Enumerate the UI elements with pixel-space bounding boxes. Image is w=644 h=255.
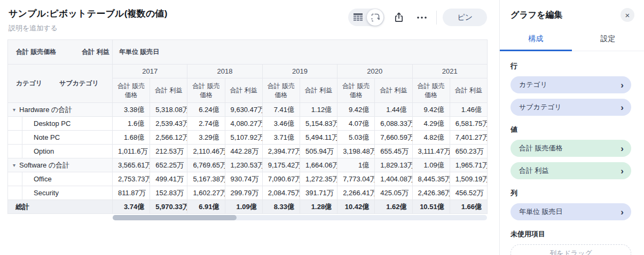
hscrollbar-thumb[interactable] bbox=[113, 215, 237, 220]
measure-subheader: 合計 販売価格 bbox=[337, 78, 375, 103]
row-dimensions-cell: カテゴリ サブカテゴリ bbox=[8, 65, 113, 103]
year-header: 2021 bbox=[412, 65, 488, 78]
data-cell: 1.12億 bbox=[300, 103, 337, 117]
data-cell: 8.33億 bbox=[262, 200, 300, 214]
data-cell: 7,773.04万 bbox=[337, 172, 375, 186]
table-row: Office2,753.73万499.41万5,167.38万930.74万7,… bbox=[8, 172, 488, 186]
measure-subheader: 合計 販売価格 bbox=[187, 78, 225, 103]
data-cell: 3,111.47万 bbox=[412, 145, 450, 158]
data-cell: 212.53万 bbox=[150, 145, 187, 158]
data-cell: 1,965.71万 bbox=[450, 158, 487, 172]
tab-構成[interactable]: 構成 bbox=[500, 29, 572, 51]
data-cell: 2,394.77万 bbox=[262, 145, 300, 158]
field-pill[interactable]: 合計 利益› bbox=[511, 162, 631, 179]
data-cell: 1.46億 bbox=[450, 103, 487, 117]
table-row: Desktop PC1.6億2,539.43万2.74億4,080.27万3.4… bbox=[8, 117, 488, 131]
data-cell: 456.52万 bbox=[450, 186, 487, 200]
data-cell: 499.41万 bbox=[150, 172, 187, 186]
unused-fields-dropzone[interactable]: 列をドラッグ bbox=[511, 244, 631, 255]
data-cell: 7.41億 bbox=[262, 103, 300, 117]
sidebar-header: グラフを編集 × bbox=[500, 0, 644, 22]
data-cell: 1,272.35万 bbox=[300, 172, 337, 186]
data-cell: 3.46億 bbox=[262, 117, 300, 131]
chevron-right-icon[interactable]: › bbox=[621, 208, 624, 217]
data-cell: 930.74万 bbox=[225, 172, 262, 186]
field-pill-label: 年単位 販売日 bbox=[519, 207, 563, 217]
data-cell: 8,445.35万 bbox=[412, 172, 450, 186]
row-label: ▾Hardware の合計 bbox=[8, 103, 113, 117]
field-pill[interactable]: カテゴリ› bbox=[511, 76, 631, 93]
data-cell: 4.07億 bbox=[337, 117, 375, 131]
section-label: 列 bbox=[511, 188, 631, 198]
data-cell: 5.03億 bbox=[337, 131, 375, 145]
data-cell: 3.74億 bbox=[113, 200, 150, 214]
measure-name: 合計 販売価格 bbox=[16, 47, 56, 57]
sidebar-title: グラフを編集 bbox=[511, 10, 563, 21]
data-cell: 811.87万 bbox=[113, 186, 150, 200]
measure-subheader: 合計 販売価格 bbox=[412, 78, 450, 103]
table-row: Option1,011.6万212.53万2,110.46万442.28万2,3… bbox=[8, 145, 488, 158]
hscrollbar-track[interactable] bbox=[113, 215, 487, 220]
data-cell: 6.91億 bbox=[187, 200, 225, 214]
collapse-icon[interactable]: ▾ bbox=[13, 163, 15, 168]
sidebar-tabs: 構成設定 bbox=[500, 29, 644, 51]
pin-button[interactable]: ピン bbox=[443, 9, 487, 26]
data-cell: 1,011.6万 bbox=[113, 145, 150, 158]
row-label: Security bbox=[8, 186, 113, 200]
data-cell: 505.94万 bbox=[300, 145, 337, 158]
data-cell: 7,660.59万 bbox=[375, 131, 412, 145]
chevron-right-icon[interactable]: › bbox=[621, 81, 624, 90]
table-row: ▾Software の合計3,565.61万652.25万6,769.65万1,… bbox=[8, 158, 488, 172]
data-cell: 655.45万 bbox=[375, 145, 412, 158]
measure-subheader: 合計 販売価格 bbox=[262, 78, 300, 103]
data-cell: 2,110.46万 bbox=[187, 145, 225, 158]
chevron-right-icon[interactable]: › bbox=[621, 103, 624, 112]
data-cell: 299.79万 bbox=[225, 186, 262, 200]
measure-subheader: 合計 利益 bbox=[150, 78, 187, 103]
table-row: ▾Hardware の合計3.38億5,318.08万6.24億9,630.47… bbox=[8, 103, 488, 117]
data-cell: 1.6億 bbox=[113, 117, 150, 131]
sidebar-body: 行カテゴリ›サブカテゴリ›値合計 販売価格›合計 利益›列年単位 販売日›未使用… bbox=[500, 51, 644, 255]
year-header: 2019 bbox=[262, 65, 337, 78]
field-pill[interactable]: 年単位 販売日› bbox=[511, 203, 631, 220]
row-label-text: Note PC bbox=[34, 133, 60, 141]
row-dimension-name: サブカテゴリ bbox=[59, 79, 99, 88]
share-button[interactable] bbox=[390, 9, 407, 26]
data-cell: 2.74億 bbox=[187, 117, 225, 131]
data-cell: 5,167.38万 bbox=[187, 172, 225, 186]
tab-設定[interactable]: 設定 bbox=[572, 29, 644, 51]
section-label: 値 bbox=[511, 125, 631, 134]
field-pill-label: カテゴリ bbox=[519, 80, 547, 90]
data-cell: 9.42億 bbox=[412, 103, 450, 117]
field-pill[interactable]: サブカテゴリ› bbox=[511, 99, 631, 116]
close-button[interactable]: × bbox=[621, 8, 634, 22]
pivot-table: 合計 販売価格 合計 利益 年単位 販売日 カテゴリ サブカテゴリ bbox=[7, 39, 488, 214]
data-cell: 9,175.42万 bbox=[262, 158, 300, 172]
more-button[interactable] bbox=[413, 9, 430, 26]
collapse-icon[interactable]: ▾ bbox=[13, 107, 15, 113]
view-toggle bbox=[348, 9, 384, 26]
measure-subheader: 合計 販売価格 bbox=[113, 78, 150, 103]
data-cell: 10.42億 bbox=[337, 200, 375, 214]
row-label-text: Office bbox=[34, 175, 52, 183]
pivot-view-button[interactable] bbox=[367, 9, 383, 26]
pivot-view-icon bbox=[371, 13, 380, 22]
data-cell: 6,581.75万 bbox=[450, 117, 487, 131]
data-cell: 1,404.08万 bbox=[375, 172, 412, 186]
data-cell: 1.66億 bbox=[450, 200, 487, 214]
field-pill-label: サブカテゴリ bbox=[519, 102, 562, 112]
edit-chart-sidebar: グラフを編集 × 構成設定 行カテゴリ›サブカテゴリ›値合計 販売価格›合計 利… bbox=[499, 0, 644, 255]
data-cell: 1.28億 bbox=[300, 200, 337, 214]
table-view-button[interactable] bbox=[349, 10, 367, 25]
data-cell: 4.82億 bbox=[412, 131, 450, 145]
row-label-text: 総計 bbox=[15, 202, 29, 212]
chevron-right-icon[interactable]: › bbox=[621, 144, 624, 153]
data-cell: 1.09億 bbox=[412, 158, 450, 172]
chevron-right-icon[interactable]: › bbox=[621, 166, 624, 176]
field-pill[interactable]: 合計 販売価格› bbox=[511, 140, 631, 157]
close-icon: × bbox=[625, 11, 630, 20]
data-cell: 1億 bbox=[337, 158, 375, 172]
measure-subheader: 合計 利益 bbox=[450, 78, 487, 103]
share-icon bbox=[394, 12, 404, 22]
data-cell: 1.09億 bbox=[225, 200, 262, 214]
